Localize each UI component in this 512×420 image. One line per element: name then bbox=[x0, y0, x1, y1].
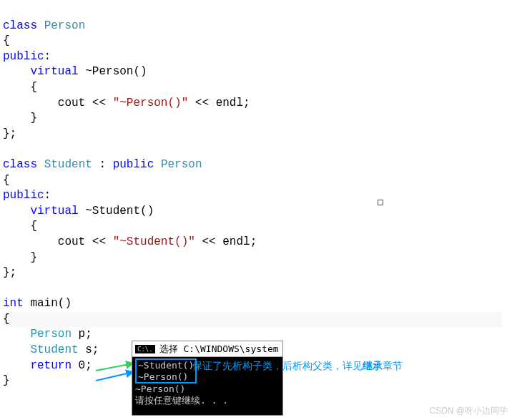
code-text: ~Person() bbox=[79, 65, 147, 78]
code-text: cout << bbox=[3, 235, 113, 248]
code-line: } bbox=[3, 374, 10, 387]
console-icon: C:\. bbox=[135, 345, 155, 353]
code-text: : bbox=[44, 50, 51, 63]
string-literal: "~Person()" bbox=[113, 97, 189, 109]
highlighted-line: { bbox=[3, 312, 502, 328]
type-person: Person bbox=[30, 328, 72, 341]
type-student: Student bbox=[44, 158, 92, 171]
code-text: s; bbox=[79, 343, 99, 356]
type-student: Student bbox=[30, 343, 78, 356]
code-line: { bbox=[3, 174, 10, 187]
console-line: ~Person() bbox=[135, 384, 282, 395]
code-line: { bbox=[3, 81, 37, 94]
type-person: Person bbox=[161, 158, 202, 171]
code-line: } bbox=[3, 112, 37, 124]
keyword-int: int bbox=[3, 297, 24, 310]
code-text: : bbox=[44, 189, 51, 202]
code-text: << endl; bbox=[188, 97, 250, 109]
keyword-return: return bbox=[30, 359, 72, 372]
console-titlebar: C:\. 选择 C:\WINDOWS\system bbox=[132, 341, 282, 357]
cursor-marker-icon bbox=[378, 200, 383, 205]
code-line: } bbox=[3, 251, 37, 264]
highlight-box: ~Student() ~Person() bbox=[135, 358, 197, 384]
code-text: << endl; bbox=[195, 235, 257, 248]
console-window: C:\. 选择 C:\WINDOWS\system ~Student() ~Pe… bbox=[132, 341, 283, 416]
code-text: p; bbox=[72, 328, 92, 341]
keyword-public: public bbox=[3, 189, 44, 202]
code-line: }; bbox=[3, 266, 16, 279]
annotation-bold: 继承 bbox=[363, 360, 383, 371]
console-line: ~Student() bbox=[138, 360, 194, 371]
type-person: Person bbox=[44, 19, 86, 32]
keyword-class: class bbox=[3, 19, 37, 32]
console-line: 请按任意键继续. . . bbox=[135, 395, 282, 406]
code-text: main() bbox=[24, 297, 72, 310]
code-text: cout << bbox=[3, 97, 113, 109]
keyword-public: public bbox=[3, 50, 44, 63]
keyword-virtual: virtual bbox=[30, 65, 78, 78]
code-text: ~Student() bbox=[79, 205, 154, 218]
watermark-text: CSDN @呀小边同学 bbox=[429, 405, 508, 417]
code-line: { bbox=[3, 34, 10, 47]
annotation-text: 保证了先析构子类，后析构父类，详见继承章节 bbox=[192, 360, 403, 373]
keyword-public: public bbox=[113, 158, 154, 171]
console-title-text: 选择 C:\WINDOWS\system bbox=[159, 343, 279, 356]
code-line: }; bbox=[3, 127, 16, 140]
code-text: : bbox=[92, 158, 113, 171]
code-block: class Person { public: virtual ~Person()… bbox=[0, 0, 512, 389]
string-literal: "~Student()" bbox=[113, 235, 195, 248]
keyword-virtual: virtual bbox=[30, 205, 78, 218]
code-text: 0; bbox=[72, 359, 92, 372]
keyword-class: class bbox=[3, 158, 37, 171]
code-line: { bbox=[3, 220, 37, 233]
console-line: ~Person() bbox=[138, 371, 194, 383]
